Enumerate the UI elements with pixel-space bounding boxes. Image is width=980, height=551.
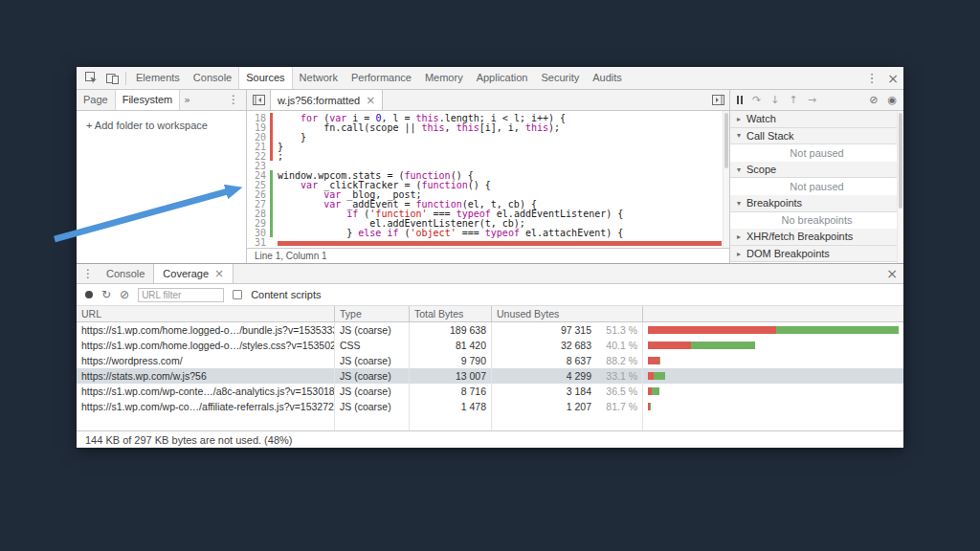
- tab-elements[interactable]: Elements: [129, 67, 187, 89]
- reload-and-record-icon[interactable]: ↻: [101, 289, 111, 300]
- code-line[interactable]: 22;: [247, 151, 729, 161]
- coverage-row[interactable]: https://wordpress.com/JS (coarse)9 7908 …: [77, 353, 903, 368]
- editor-tab-label: w.js?56:formatted: [278, 95, 360, 106]
- more-tabs-icon[interactable]: »: [180, 90, 194, 110]
- editor-tabbar: w.js?56:formatted ×: [247, 90, 729, 111]
- section-xhr-fetch-breakpoints[interactable]: ▸XHR/fetch Breakpoints: [730, 229, 903, 246]
- section-label: XHR/fetch Breakpoints: [746, 231, 853, 242]
- pause-on-exceptions-icon[interactable]: ◉: [887, 95, 897, 105]
- step-over-icon[interactable]: ↷: [752, 95, 761, 105]
- tab-coverage-label: Coverage: [163, 268, 209, 279]
- unused-percent: 81.7 %: [591, 399, 637, 414]
- column-header-url[interactable]: URL: [77, 306, 335, 321]
- content-scripts-checkbox[interactable]: [233, 290, 242, 299]
- editor-scrollbar[interactable]: [723, 111, 729, 248]
- unused-percent: 36.5 %: [591, 384, 637, 399]
- inspect-element-icon[interactable]: [80, 67, 101, 89]
- code-line[interactable]: 21}: [247, 142, 729, 151]
- sources-navigator: Page Filesystem » ⋮ + Add folder to work…: [77, 90, 247, 263]
- used-bar: [776, 326, 899, 334]
- step-into-icon[interactable]: ↓: [770, 95, 779, 105]
- unused-bar: [648, 342, 691, 349]
- cell-total-bytes: 9 790: [410, 353, 492, 368]
- cell-type: CSS: [335, 338, 410, 353]
- coverage-toolbar: ↻ ⊘ Content scripts: [77, 284, 903, 306]
- tab-sources[interactable]: Sources: [238, 67, 292, 89]
- code-line[interactable]: 25 var _clickTracker = (function() {: [247, 180, 729, 189]
- unused-bytes-value: 97 315: [497, 322, 591, 338]
- code-line[interactable]: 30 } else if ('object' === typeof el.att…: [247, 228, 729, 237]
- section-call-stack[interactable]: ▾Call Stack: [730, 128, 903, 145]
- cell-url: https://wordpress.com/: [77, 353, 335, 368]
- debugger-sections: ▸Watch▾Call StackNot paused▾ScopeNot pau…: [730, 111, 903, 262]
- close-tab-icon[interactable]: ×: [366, 94, 375, 107]
- scrollbar-thumb[interactable]: [724, 113, 728, 168]
- editor-tab-wjs-formatted[interactable]: w.js?56:formatted ×: [270, 90, 383, 110]
- code-line[interactable]: 29 el.addEventListener(t, cb);: [247, 218, 729, 228]
- coverage-row[interactable]: https://s1.wp.com/home.logged-o…/bundle.…: [77, 322, 903, 338]
- step-out-icon[interactable]: ↑: [789, 95, 797, 105]
- deactivate-breakpoints-icon[interactable]: ⊘: [869, 95, 878, 105]
- coverage-row[interactable]: https://s1.wp.com/home.logged-o…/styles.…: [77, 338, 903, 353]
- section-watch[interactable]: ▸Watch: [730, 111, 903, 128]
- code-editor[interactable]: 18 for (var i = 0, l = this.length; i < …: [247, 111, 729, 248]
- coverage-row[interactable]: https://stats.wp.com/w.js?56JS (coarse)1…: [77, 368, 903, 384]
- url-filter-input[interactable]: [138, 288, 224, 302]
- drawer-menu-icon[interactable]: ⋮: [78, 264, 98, 283]
- content-scripts-label: Content scripts: [251, 289, 321, 300]
- close-devtools-icon[interactable]: ×: [882, 67, 903, 89]
- code-line[interactable]: 26 var _blog, _post;: [247, 189, 729, 199]
- code-line[interactable]: 27 var _addEvent = function(el, t, cb) {: [247, 199, 729, 209]
- cell-unused-bytes: 1 20781.7 %: [492, 399, 643, 414]
- chevron-right-icon: ▸: [735, 115, 743, 123]
- code-line[interactable]: 28 if ('function' === typeof el.addEvent…: [247, 209, 729, 218]
- navigator-menu-icon[interactable]: ⋮: [221, 90, 246, 110]
- column-header-total-bytes[interactable]: Total Bytes: [410, 306, 492, 321]
- cell-type: JS (coarse): [335, 384, 410, 399]
- section-scope[interactable]: ▾Scope: [730, 162, 903, 179]
- tab-filesystem[interactable]: Filesystem: [115, 90, 181, 110]
- code-line[interactable]: 18 for (var i = 0, l = this.length; i < …: [247, 113, 729, 122]
- close-drawer-icon[interactable]: ×: [880, 264, 903, 283]
- tab-page[interactable]: Page: [77, 90, 115, 110]
- tab-network[interactable]: Network: [293, 67, 345, 89]
- column-header-unused-bytes[interactable]: Unused Bytes: [492, 306, 643, 321]
- column-header-type[interactable]: Type: [335, 306, 410, 321]
- code-line[interactable]: 23: [247, 161, 729, 170]
- clear-coverage-icon[interactable]: ⊘: [120, 289, 129, 300]
- code-line[interactable]: 19 fn.call(scope || this, this[i], i, th…: [247, 122, 729, 132]
- tab-audits[interactable]: Audits: [586, 67, 629, 89]
- close-coverage-tab-icon[interactable]: ×: [214, 267, 224, 280]
- code-line[interactable]: 24window.wpcom.stats = (function() {: [247, 170, 729, 180]
- used-bar: [652, 387, 659, 395]
- coverage-row[interactable]: https://s1.wp.com/wp-conte…/a8c-analytic…: [77, 384, 903, 399]
- tab-console[interactable]: Console: [98, 264, 153, 283]
- toggle-debugger-sidebar-icon[interactable]: [706, 90, 729, 110]
- tab-coverage[interactable]: Coverage ×: [153, 264, 234, 283]
- devtools-menu-icon[interactable]: ⋮: [861, 67, 882, 89]
- device-toolbar-icon[interactable]: [101, 67, 122, 89]
- chevron-down-icon: ▾: [735, 199, 743, 208]
- tab-security[interactable]: Security: [534, 67, 586, 89]
- step-icon[interactable]: →: [808, 95, 816, 105]
- section-breakpoints[interactable]: ▾Breakpoints: [730, 195, 903, 212]
- cell-unused-bytes: 4 29933.1 %: [492, 368, 643, 384]
- add-folder-link[interactable]: + Add folder to workspace: [77, 111, 246, 140]
- coverage-row[interactable]: https://s1.wp.com/wp-co…/affiliate-refer…: [77, 399, 903, 414]
- navigator-tabbar: Page Filesystem » ⋮: [77, 90, 246, 111]
- pause-script-icon[interactable]: [737, 96, 743, 104]
- tab-application[interactable]: Application: [470, 67, 535, 89]
- code-line[interactable]: 20 }: [247, 132, 729, 142]
- toggle-navigator-icon[interactable]: [247, 90, 270, 110]
- section-dom-breakpoints[interactable]: ▸DOM Breakpoints: [730, 246, 903, 263]
- sources-panel: Page Filesystem » ⋮ + Add folder to work…: [77, 90, 903, 263]
- tab-memory[interactable]: Memory: [418, 67, 470, 89]
- code-line[interactable]: 31: [247, 237, 729, 247]
- tab-console[interactable]: Console: [187, 67, 238, 89]
- cursor-position-status: Line 1, Column 1: [247, 248, 729, 263]
- unused-percent: 40.1 %: [591, 338, 637, 353]
- scrollbar-thumb[interactable]: [899, 113, 902, 209]
- record-coverage-icon[interactable]: [85, 291, 93, 298]
- debugger-scrollbar[interactable]: [897, 111, 903, 263]
- tab-performance[interactable]: Performance: [345, 67, 418, 89]
